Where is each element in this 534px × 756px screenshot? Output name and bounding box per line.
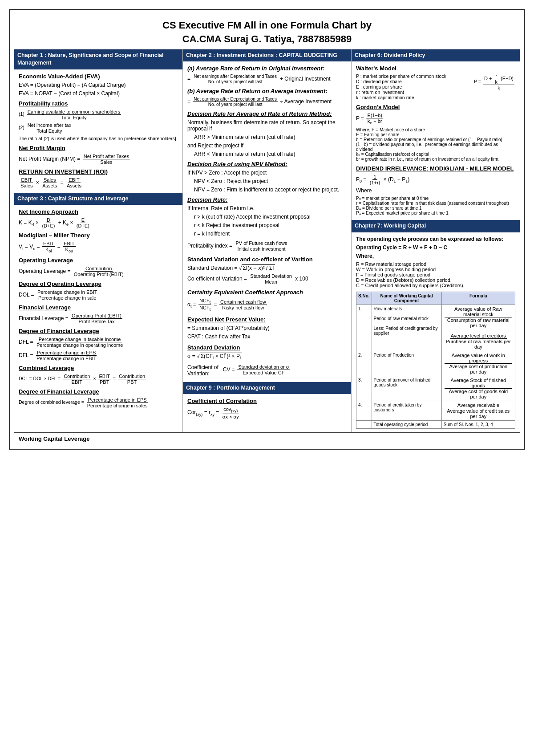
ol-formula: Operating Leverage = Contribution Operat… [19, 266, 178, 277]
corr-frac: cov(xy) σx × σy [222, 406, 240, 419]
w3: E : earnings per share [356, 84, 446, 89]
arr-accept: ARR > Minimum rate of return (cut off ra… [194, 134, 347, 140]
column-2: Chapter 2 : Investment Decisions : CAPIT… [183, 49, 352, 432]
sd-title: Standard Deviation [187, 344, 347, 351]
dfc-label: Degree of combined leverage = [19, 400, 84, 405]
eva-line1: EVA = (Operating Profit) − (A Capital Ch… [19, 82, 178, 88]
row3-no: 3. [356, 376, 372, 401]
dol-label: DOL = [19, 292, 34, 298]
row3-formula: Average Stock of finished goods Average … [441, 376, 515, 401]
npm-formula: Net Profit Margin (NPM) = Net Profit aft… [19, 154, 178, 165]
w4: r : return on investment [356, 89, 446, 95]
dfc-frac: Percentage change in EPS Percentage chan… [86, 397, 149, 408]
dfc-title: Degree of Financial Leverage [19, 388, 178, 395]
chapter1-header: Chapter 1 : Nature, Significance and Sco… [14, 49, 182, 69]
walter-formula-box: P = D + r k (E−D) k [474, 73, 515, 90]
gordon-note-p: Where, P = Market price of a share [356, 127, 515, 132]
wc-cycle: Operating Cycle = R + W + F + D − C [356, 244, 515, 251]
roi-frac3: EBIT Assets [66, 177, 82, 188]
npv-title: Decision Rule of using NPV Method: [187, 161, 347, 167]
cov2-label: Coefficient of [187, 364, 218, 370]
table-header-formula: Formula [441, 292, 515, 305]
arr-a-formula: = Net earnings after Depreciation and Ta… [187, 74, 347, 84]
gordon-note-ke: kₑ = Capitalisation rate/cost of capital [356, 152, 515, 157]
table-row: 1. Raw materials Period of raw material … [356, 305, 515, 351]
dfl1-label: DFL = [19, 339, 33, 345]
main-title: CS Executive FM All in one Formula Chart… [14, 14, 520, 49]
table-header-no: S.No. [356, 292, 372, 305]
dfc-formula: Degree of combined leverage = Percentage… [19, 397, 178, 408]
eva-title: Economic Value-Added (EVA) [19, 73, 178, 80]
w1: P : market price per share of common sto… [356, 73, 446, 79]
gordon-note-br: br = growth rate in r, i.e., rate of ret… [356, 157, 515, 162]
ratio2-frac: Net income after tax Total Equity [27, 122, 72, 134]
row1-name: Raw materials Period of raw material sto… [372, 305, 441, 351]
chapter9-header: Chapter 9 : Portfolio Management [183, 382, 351, 394]
pi-frac: PV of Future cash flows Initial cash inv… [235, 240, 288, 252]
pi-label: Profitability index = [187, 243, 232, 249]
cov2-var: Variation: [187, 370, 210, 377]
mm-div-frac: 1 (1+r) [369, 174, 381, 185]
mm-frac1: EBIT Kol [42, 241, 55, 253]
mm-div-formula: P0 = 1 (1+r) × (D1 + P1) [356, 174, 515, 185]
column-3: Chapter 6: Dividend Policy Walter's Mode… [352, 49, 520, 432]
wc-f: F = Finished goods storage period [356, 272, 515, 277]
cl-title: Combined Leverage [19, 365, 178, 371]
wc-r: R = Raw material storage period [356, 261, 515, 267]
chapter3-header: Chapter 3 : Capital Structure and levera… [14, 193, 182, 205]
sd-formula: σ = √Σ(CFi × CF̄)² × Pi [187, 353, 347, 360]
chapter2-header: Chapter 2 : Investment Decisions : CAPIT… [183, 49, 351, 62]
ol-label: Operating Leverage = [19, 268, 70, 274]
w2: D : dividend per share [356, 79, 446, 84]
row5-formula: Sum of Sl. Nos. 1, 2, 3, 4 [441, 420, 515, 428]
ratio1-frac: Earning available to common shareholders… [27, 109, 121, 120]
dol-formula: DOL = Percentage change in EBIT Percenta… [19, 289, 178, 301]
arr-b-formula: = Net earnings after Depreciation and Ta… [187, 97, 347, 107]
mm-note2: D₁ = Dividend per share at time 1 [356, 206, 515, 211]
dol-title: Degree of Operating Leverage [19, 280, 178, 287]
enpv-line2: CFAT : Cash flow after Tax [187, 333, 347, 340]
dfl2-frac: Percentage change in EPS Percentage chan… [36, 350, 97, 361]
ceca-title: Certainty Equivalent Coefficient Approac… [187, 289, 347, 296]
dfl-title: Degree of Financial Leverage [19, 328, 178, 334]
wc-items: R = Raw material storage period W = Work… [356, 261, 515, 288]
row4-name: Period of credit taken by customers [372, 401, 441, 420]
dfl2-formula: DFL = Percentage change in EPS Percentag… [19, 350, 178, 361]
arr-reject: ARR < Minimum rate of return (cut off ra… [194, 151, 347, 157]
walter-frac-outer: D + r k (E−D) k [483, 73, 514, 90]
irr4: r = k Indifferent [194, 231, 347, 237]
ol-title: Operating Leverage [19, 257, 178, 264]
irr3: r < k Reject the investment proposal [194, 222, 347, 228]
arr-a-title: (a) Average Rate of Return in Original I… [187, 65, 347, 72]
roi-frac1: EBIT Sales [20, 177, 34, 188]
table-row: 3. Period of turnover of finished goods … [356, 376, 515, 401]
fl-label: Financial Leverage = [19, 315, 69, 321]
eva-line2: EVA = NOPAT − (Cost of Capital × Capital… [19, 90, 178, 97]
npv3: NPV = Zero : Firm is indifferent to acce… [194, 187, 347, 193]
dfl1-frac: Percentage change in taxable Income Perc… [36, 337, 124, 348]
pi-formula: Profitability index = PV of Future cash … [187, 240, 347, 252]
ol-frac: Contribution Operating Profit (EBIT) [73, 266, 125, 277]
arr-reject-label: and Reject the project if [187, 142, 347, 149]
ratio2: (2) Net income after tax Total Equity [19, 122, 178, 134]
ni-frac2: E (D+E) [76, 217, 90, 228]
chapter7-header: Chapter 7: Working Capital [352, 220, 520, 232]
sv-formula: Standard Deviation = √Σf(x − x̄)² / Σf [187, 265, 347, 271]
irr1: If Internal Rate of Return i.e. [187, 205, 347, 211]
wc-w: W = Work-in-progress holding period [356, 267, 515, 272]
table-row: Total operating cycle period Sum of Sl. … [356, 420, 515, 428]
row2-no: 2. [356, 351, 372, 376]
row5-no [356, 420, 372, 428]
enpv-line1: = Summation of (CFAT*probability) [187, 325, 347, 331]
mm-note3: P₁ = Expected market price per share at … [356, 211, 515, 215]
corr-title: Coefficient of Correlation [187, 398, 347, 404]
gordon-notes: Where, P = Market price of a share E = E… [356, 127, 515, 162]
npv1: If NPV > Zero : Accept the project [187, 170, 347, 176]
corr-formula: Cor(xy) = rxy = cov(xy) σx × σy [187, 406, 347, 419]
gordon-note-e: E = Earning per share [356, 132, 515, 137]
table-row: 2. Period of Production Average value of… [356, 351, 515, 376]
row4-formula: Average receivable Average value of cred… [441, 401, 515, 420]
walter-notes: P : market price per share of common sto… [356, 73, 446, 100]
ni-formula: K = K4 × D (D+E) + Ke × E (D+E) [19, 217, 178, 228]
irr-title: Decision Rule: [187, 196, 347, 203]
